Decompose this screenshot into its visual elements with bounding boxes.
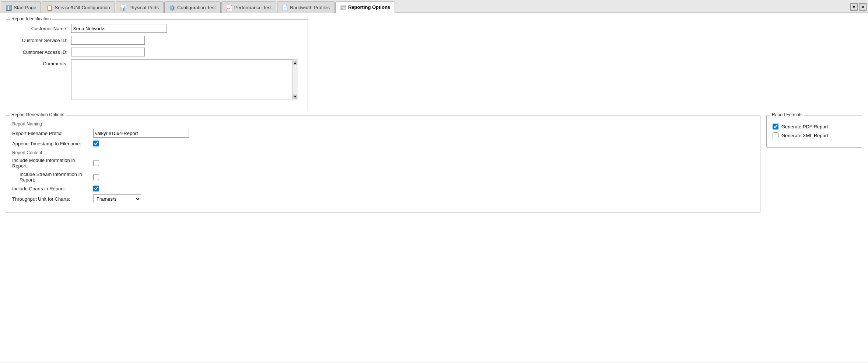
filename-prefix-input[interactable] xyxy=(93,129,189,138)
customer-service-id-input[interactable] xyxy=(71,36,145,45)
report-generation-title: Report Generation Options xyxy=(10,112,66,117)
generate-pdf-checkbox[interactable] xyxy=(773,124,778,129)
customer-access-id-row: Customer Access ID: xyxy=(12,48,302,56)
generate-xml-label: Generate XML Report xyxy=(781,133,828,138)
bandwidth-profiles-icon: 📄 xyxy=(282,5,288,11)
customer-name-input[interactable] xyxy=(71,24,167,33)
generate-pdf-row: Generate PDF Report xyxy=(773,124,856,129)
tab-physical-ports-label: Physical Ports xyxy=(129,5,159,10)
tab-bar: ℹ️ Start Page 📋 Service/UNI Configuratio… xyxy=(0,0,868,13)
customer-name-row: Customer Name: xyxy=(12,24,302,33)
tab-configuration-test-label: Configuration Test xyxy=(177,5,216,10)
physical-ports-icon: 📊 xyxy=(120,5,126,11)
report-generation-group: Report Generation Options Report Naming … xyxy=(6,115,760,212)
scrollbar-down-arrow[interactable]: ▼ xyxy=(293,94,297,99)
close-icon: ✕ xyxy=(861,5,865,10)
comments-row: Comments: ▲ ▼ xyxy=(12,59,302,100)
include-charts-label: Include Charts in Report: xyxy=(12,186,93,191)
include-stream-checkbox[interactable] xyxy=(93,174,99,180)
append-timestamp-row: Append Timestamp to Filename: xyxy=(12,141,754,146)
tab-reporting-options-label: Reporting Options xyxy=(348,4,390,10)
tab-physical-ports[interactable]: 📊 Physical Ports xyxy=(116,1,164,13)
throughput-unit-select[interactable]: Frames/s Bits/s MBits/s GBits/s xyxy=(93,194,141,203)
tab-start-page[interactable]: ℹ️ Start Page xyxy=(1,1,41,13)
tab-bandwidth-profiles[interactable]: 📄 Bandwidth Profiles xyxy=(277,1,335,13)
report-identification-group: Report Identification Customer Name: Cus… xyxy=(6,19,308,109)
tab-bandwidth-profiles-label: Bandwidth Profiles xyxy=(290,5,330,10)
filename-prefix-row: Report Filename Prefix: xyxy=(12,129,754,138)
include-charts-checkbox[interactable] xyxy=(93,186,99,191)
comments-label: Comments: xyxy=(12,59,71,66)
tab-start-page-label: Start Page xyxy=(14,5,36,10)
report-identification-title: Report Identification xyxy=(10,16,52,21)
tab-bar-controls: ▼ ✕ xyxy=(850,1,868,13)
tab-service-uni[interactable]: 📋 Service/UNI Configuration xyxy=(42,1,115,13)
tab-overflow-button[interactable]: ▼ xyxy=(850,3,858,11)
report-formats-group: Report Formats Generate PDF Report Gener… xyxy=(766,115,862,148)
scrollbar-up-arrow[interactable]: ▲ xyxy=(293,60,297,65)
report-generation-col: Report Generation Options Report Naming … xyxy=(6,115,760,218)
configuration-test-icon: ⚙️ xyxy=(169,5,175,11)
report-naming-label: Report Naming xyxy=(12,121,754,127)
main-content: Report Identification Customer Name: Cus… xyxy=(0,13,868,362)
include-module-checkbox[interactable] xyxy=(93,160,99,166)
report-formats-title: Report Formats xyxy=(770,112,804,117)
report-formats-col: Report Formats Generate PDF Report Gener… xyxy=(766,115,862,153)
append-timestamp-label: Append Timestamp to Filename: xyxy=(12,141,93,146)
customer-access-id-label: Customer Access ID: xyxy=(12,49,71,55)
generate-xml-checkbox[interactable] xyxy=(773,132,778,138)
include-module-label: Include Module Information in Report: xyxy=(12,158,93,169)
service-uni-icon: 📋 xyxy=(46,5,52,11)
report-content-label: Report Content xyxy=(12,150,754,155)
reporting-options-icon: 📰 xyxy=(340,4,346,10)
tab-service-uni-label: Service/UNI Configuration xyxy=(55,5,110,10)
throughput-unit-label: Throughput Unit for Charts: xyxy=(12,196,93,202)
include-stream-row: Include Stream Information in Report: xyxy=(12,172,754,183)
comments-scrollbar[interactable]: ▲ ▼ xyxy=(292,59,298,100)
bottom-section: Report Generation Options Report Naming … xyxy=(6,115,862,218)
append-timestamp-checkbox[interactable] xyxy=(93,141,99,146)
include-charts-row: Include Charts in Report: xyxy=(12,186,754,191)
start-page-icon: ℹ️ xyxy=(6,5,11,11)
throughput-unit-row: Throughput Unit for Charts: Frames/s Bit… xyxy=(12,194,754,203)
performance-test-icon: 📈 xyxy=(226,5,232,11)
tab-reporting-options[interactable]: 📰 Reporting Options xyxy=(335,1,395,13)
include-module-row: Include Module Information in Report: xyxy=(12,158,754,169)
generate-pdf-label: Generate PDF Report xyxy=(781,124,828,129)
generate-xml-row: Generate XML Report xyxy=(773,132,856,138)
comments-input[interactable] xyxy=(71,59,292,100)
comments-wrap: ▲ ▼ xyxy=(71,59,298,100)
tab-configuration-test[interactable]: ⚙️ Configuration Test xyxy=(164,1,221,13)
tab-overflow-arrow: ▼ xyxy=(852,5,856,9)
customer-service-id-label: Customer Service ID: xyxy=(12,38,71,43)
filename-prefix-label: Report Filename Prefix: xyxy=(12,131,93,136)
tab-performance-test[interactable]: 📈 Performance Test xyxy=(221,1,277,13)
close-button[interactable]: ✕ xyxy=(859,3,867,11)
customer-name-label: Customer Name: xyxy=(12,26,71,31)
customer-service-id-row: Customer Service ID: xyxy=(12,36,302,45)
customer-access-id-input[interactable] xyxy=(71,48,145,56)
include-stream-label: Include Stream Information in Report: xyxy=(12,172,93,183)
tab-performance-test-label: Performance Test xyxy=(234,5,272,10)
